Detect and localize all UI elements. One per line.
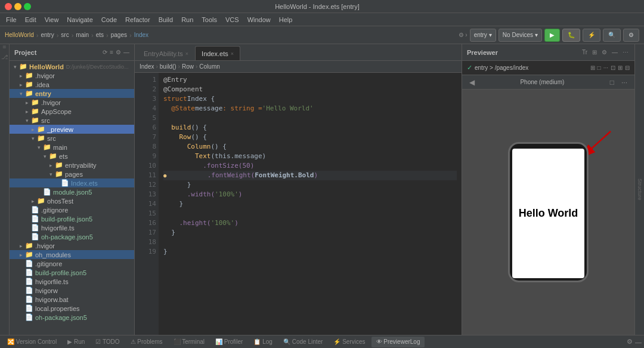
maximize-button[interactable] xyxy=(24,3,31,10)
tab-previewerlog[interactable]: 👁 PreviewerLog xyxy=(371,337,425,347)
prev-icon-minus[interactable]: — xyxy=(611,48,619,57)
tree-item-buildprofile2[interactable]: 📄 build-profile.json5 xyxy=(10,268,134,277)
search-everywhere-button[interactable]: 🔍 xyxy=(603,29,621,42)
menu-run[interactable]: Run xyxy=(178,15,197,24)
tab-version-control[interactable]: 🔀 Version Control xyxy=(2,337,61,347)
tab-indexets[interactable]: Index.ets × xyxy=(195,46,240,60)
phone-frame: Hello World xyxy=(508,142,589,282)
prev-more-btn[interactable]: ··· xyxy=(619,77,630,88)
phone-screen: Hello World xyxy=(512,149,584,278)
tab-profiler[interactable]: 📊 Profiler xyxy=(210,337,247,347)
tree-item-module-json[interactable]: 📄 module.json5 xyxy=(10,187,134,196)
bottom-settings-icon[interactable]: ⚙ xyxy=(627,338,633,346)
prev-path-icon3[interactable]: ··· xyxy=(603,64,608,71)
menu-edit[interactable]: Edit xyxy=(21,15,40,24)
settings-button[interactable]: ⚙ xyxy=(623,29,639,42)
tree-item-ohmodules[interactable]: ▸ 📁 oh_modules xyxy=(10,250,134,259)
code-line-4: @State message: string = 'Hello World' xyxy=(163,104,457,113)
tree-item-hvigor1[interactable]: ▸ 📁 .hvigor xyxy=(10,71,134,80)
tab-problems[interactable]: ⚠ Problems xyxy=(126,337,168,347)
menu-bar: File Edit View Navigate Code Refactor Bu… xyxy=(0,13,644,26)
close-button[interactable] xyxy=(5,3,12,10)
tree-item-gitignore2[interactable]: 📄 .gitignore xyxy=(10,259,134,268)
menu-help[interactable]: Help xyxy=(275,15,296,24)
prev-icon-more[interactable]: ⋯ xyxy=(621,48,630,57)
tree-item-ets[interactable]: ▾ 📁 ets xyxy=(10,152,134,161)
tree-item-ohostest[interactable]: ▸ 📁 ohosTest xyxy=(10,196,134,205)
window-controls[interactable] xyxy=(5,3,31,10)
prev-forward-btn[interactable]: □ xyxy=(608,77,617,88)
profile-button[interactable]: ⚡ xyxy=(583,29,600,42)
tree-item-entry[interactable]: ▾ 📁 entry xyxy=(10,89,134,98)
tree-item-hvigorfile1[interactable]: 📄 hvigorfile.ts xyxy=(10,223,134,232)
tree-item-main[interactable]: ▾ 📁 main xyxy=(10,143,134,152)
menu-navigate[interactable]: Navigate xyxy=(63,15,96,24)
minimize-button[interactable] xyxy=(14,3,21,10)
breadcrumb-row[interactable]: Row xyxy=(182,63,194,70)
sidebar-collapse-icon[interactable]: ≡ xyxy=(110,49,113,56)
previewer: Previewer Tr ⊞ ⚙ — ⋯ ✓ entry > /pages/in… xyxy=(462,44,634,335)
prev-back-btn[interactable]: ◀ xyxy=(467,77,477,88)
menu-vcs[interactable]: VCS xyxy=(222,15,243,24)
tab-todo[interactable]: ☑ TODO xyxy=(91,337,124,347)
tree-item-src2[interactable]: ▾ 📁 src xyxy=(10,134,134,143)
prev-path-icon2[interactable]: □ xyxy=(597,64,601,71)
prev-path-icon6[interactable]: ⊟ xyxy=(625,64,630,71)
prev-path-icon4[interactable]: ⊡ xyxy=(611,64,615,71)
tree-item-indexets[interactable]: 📄 Index.ets xyxy=(10,178,134,187)
menu-code[interactable]: Code xyxy=(98,15,120,24)
menu-refactor[interactable]: Refactor xyxy=(122,15,154,24)
menu-view[interactable]: View xyxy=(41,15,63,24)
prev-path-icon5[interactable]: ⊞ xyxy=(618,64,623,71)
sidebar-hide-icon[interactable]: — xyxy=(123,49,129,56)
tree-item-hvigorw[interactable]: 📄 hvigorw xyxy=(10,286,134,295)
no-devices-dropdown[interactable]: No Devices ▾ xyxy=(499,29,542,42)
breadcrumb-column[interactable]: Column xyxy=(199,63,219,70)
prev-icon-tr[interactable]: Tr xyxy=(581,48,589,57)
tree-item-buildprofile1[interactable]: 📄 build-profile.json5 xyxy=(10,214,134,223)
breadcrumb-index[interactable]: Index xyxy=(140,63,154,70)
tree-item-hvigorwbat[interactable]: 📄 hvigorw.bat xyxy=(10,295,134,304)
menu-window[interactable]: Window xyxy=(244,15,274,24)
tab-entryability[interactable]: EntryAbility.ts × xyxy=(137,46,195,60)
tree-item-entryability[interactable]: ▸ 📁 entryability xyxy=(10,161,134,170)
activity-git-icon[interactable]: ⎇ xyxy=(1,54,8,60)
debug-button[interactable]: 🐛 xyxy=(562,29,580,42)
menu-tools[interactable]: Tools xyxy=(198,15,221,24)
tab-terminal[interactable]: ⬛ Terminal xyxy=(169,337,209,347)
tree-item-src[interactable]: ▾ 📁 src xyxy=(10,116,134,125)
activity-project-icon[interactable]: ≡ xyxy=(1,45,8,49)
tree-item-pages[interactable]: ▾ 📁 pages xyxy=(10,170,134,178)
tab-run[interactable]: ▶ Run xyxy=(63,337,89,347)
code-area[interactable]: @Entry @Component struct Index { @State … xyxy=(159,73,462,335)
code-line-2: @Component xyxy=(163,85,457,94)
tree-item-ohpackage1[interactable]: 📄 oh-package.json5 xyxy=(10,232,134,241)
tree-item-idea[interactable]: ▸ 📁 .idea xyxy=(10,80,134,89)
tree-item-hvigorfile2[interactable]: 📄 hvigorfile.ts xyxy=(10,277,134,286)
tree-item-localprops[interactable]: 📄 local.properties xyxy=(10,304,134,313)
tree-item-ohpackage2[interactable]: 📄 oh-package.json5 xyxy=(10,313,134,322)
prev-icon-settings[interactable]: ⚙ xyxy=(600,48,608,57)
tree-item-hvigor3[interactable]: ▸ 📁 .hvigor xyxy=(10,241,134,250)
sidebar-sync-icon[interactable]: ⟳ xyxy=(103,49,107,56)
run-button[interactable]: ▶ xyxy=(544,29,560,42)
tree-item-hvigor2[interactable]: ▸ 📁 .hvigor xyxy=(10,98,134,107)
tree-item-appscope[interactable]: ▸ 📁 AppScope xyxy=(10,107,134,116)
tab-close-entryability[interactable]: × xyxy=(185,51,188,57)
tree-item-preview[interactable]: ▸ 📁 _preview xyxy=(10,125,134,134)
tree-item-gitignore1[interactable]: 📄 .gitignore xyxy=(10,205,134,214)
tab-log[interactable]: 📋 Log xyxy=(249,337,277,347)
structure-label[interactable]: Structure xyxy=(637,178,643,201)
prev-path-icon1[interactable]: ⊞ xyxy=(590,64,595,71)
tree-item-helloworld[interactable]: ▾ 📁 HelloWorld D:/junke/j/DevEcoStudio..… xyxy=(10,62,134,71)
entry-dropdown[interactable]: entry ▾ xyxy=(470,29,496,42)
sidebar-settings-icon[interactable]: ⚙ xyxy=(116,49,121,56)
tab-close-indexets[interactable]: × xyxy=(231,51,234,57)
breadcrumb-build[interactable]: build() xyxy=(160,63,177,70)
tab-services[interactable]: ⚡ Services xyxy=(329,337,370,347)
tab-codelinter[interactable]: 🔍 Code Linter xyxy=(278,337,327,347)
bottom-hide-icon[interactable]: — xyxy=(635,338,642,346)
prev-icon-grid[interactable]: ⊞ xyxy=(591,48,598,57)
menu-build[interactable]: Build xyxy=(155,15,177,24)
menu-file[interactable]: File xyxy=(2,15,20,24)
